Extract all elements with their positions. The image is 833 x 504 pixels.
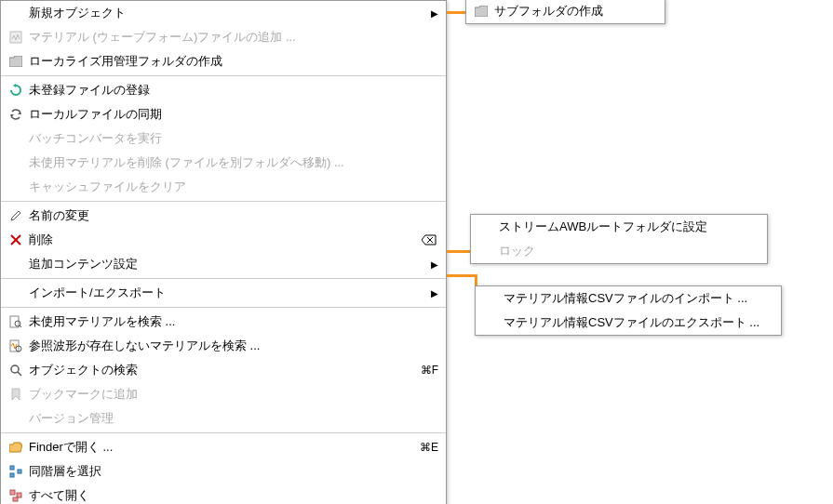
menu-register-files[interactable]: 未登録ファイルの登録 (1, 78, 446, 102)
connector-line (447, 250, 470, 253)
refresh-green-icon (8, 83, 23, 98)
folder-icon (474, 4, 489, 19)
blank-icon (8, 285, 23, 300)
menu-find-unused[interactable]: 未使用マテリアルを検索 ... (1, 310, 446, 334)
menu-delete-unused: 未使用マテリアルを削除 (ファイルを別フォルダへ移動) ... (1, 151, 446, 175)
folder-icon (8, 54, 23, 69)
sync-icon (8, 107, 23, 122)
blank-icon (8, 179, 23, 194)
menu-rename[interactable]: 名前の変更 (1, 204, 446, 228)
menu-import-export[interactable]: インポート/エクスポート ▶ (1, 281, 446, 305)
delete-shortcut-icon (422, 232, 437, 247)
menu-label: 削除 (29, 232, 422, 248)
separator (1, 201, 446, 202)
menu-label: 新規オブジェクト (29, 5, 431, 21)
menu-lock: ロック (471, 239, 767, 263)
menu-batch-converter: バッチコンバータを実行 (1, 126, 446, 151)
menu-expand-all[interactable]: すべて開く (1, 484, 446, 504)
menu-label: ブックマークに追加 (29, 386, 438, 403)
menu-label: マテリアル情報CSVファイルのエクスポート ... (504, 314, 773, 331)
blank-icon (478, 244, 493, 259)
menu-open-finder[interactable]: Finderで開く ... ⌘E (1, 435, 446, 459)
separator (1, 75, 446, 76)
submenu-import-export: マテリアル情報CSVファイルのインポート ... マテリアル情報CSVファイルの… (475, 285, 782, 336)
expand-tree-icon (8, 488, 23, 503)
svg-rect-9 (10, 473, 14, 477)
menu-clear-cache: キャッシュファイルをクリア (1, 175, 446, 199)
blank-icon (8, 411, 23, 426)
menu-find-missing-ref[interactable]: 参照波形が存在しないマテリアルを検索 ... (1, 334, 446, 358)
shortcut-label: ⌘F (421, 364, 438, 377)
menu-label: サブフォルダの作成 (494, 3, 657, 20)
separator (1, 307, 446, 308)
svg-point-6 (11, 365, 19, 373)
menu-bookmark: ブックマークに追加 (1, 382, 446, 406)
svg-rect-8 (10, 466, 14, 470)
blank-icon (8, 131, 23, 146)
separator (1, 278, 446, 279)
blank-icon (8, 6, 23, 20)
blank-icon (8, 257, 23, 272)
menu-delete[interactable]: 削除 (1, 228, 446, 252)
menu-label: オブジェクトの検索 (29, 362, 413, 378)
menu-label: インポート/エクスポート (29, 285, 431, 301)
menu-label: ローカルファイルの同期 (29, 106, 438, 123)
menu-label: マテリアル (ウェーブフォーム)ファイルの追加 ... (29, 29, 438, 46)
menu-label: 参照波形が存在しないマテリアルを検索 ... (29, 338, 438, 354)
tree-select-icon (8, 464, 23, 479)
pencil-icon (8, 208, 23, 223)
menu-label: 名前の変更 (29, 207, 438, 224)
menu-csv-export[interactable]: マテリアル情報CSVファイルのエクスポート ... (476, 311, 781, 335)
menu-select-level[interactable]: 同階層を選択 (1, 459, 446, 484)
svg-line-3 (20, 325, 21, 327)
blank-icon (478, 219, 493, 234)
menu-label: バージョン管理 (29, 410, 438, 427)
menu-label: マテリアル情報CSVファイルのインポート ... (504, 290, 773, 307)
menu-find-object[interactable]: オブジェクトの検索 ⌘F (1, 358, 446, 382)
menu-label: 未使用マテリアルを削除 (ファイルを別フォルダへ移動) ... (29, 154, 438, 171)
separator (1, 432, 446, 433)
menu-label: 未登録ファイルの登録 (29, 82, 438, 99)
search-wave-icon (8, 338, 23, 353)
svg-line-7 (18, 372, 21, 376)
waveform-file-icon (8, 30, 23, 45)
x-red-icon (8, 232, 23, 247)
menu-label: すべて開く (29, 487, 438, 504)
menu-create-loc-folder[interactable]: ローカライズ用管理フォルダの作成 (1, 49, 446, 73)
menu-additional-content[interactable]: 追加コンテンツ設定 ▶ (1, 252, 446, 276)
search-page-icon (8, 314, 23, 329)
menu-label: キャッシュファイルをクリア (29, 179, 438, 195)
menu-label: Finderで開く ... (29, 439, 412, 456)
search-icon (8, 363, 23, 378)
menu-set-stream-root[interactable]: ストリームAWBルートフォルダに設定 (471, 215, 767, 239)
menu-new-object[interactable]: 新規オブジェクト ▶ (1, 1, 446, 25)
folder-open-icon (8, 440, 23, 455)
menu-label: ストリームAWBルートフォルダに設定 (499, 219, 759, 235)
svg-rect-13 (13, 497, 18, 501)
svg-rect-10 (18, 470, 21, 473)
connector-line (447, 274, 475, 277)
menu-label: ロック (499, 243, 759, 259)
submenu-new-object: サブフォルダの作成 (465, 0, 665, 24)
context-menu: 新規オブジェクト ▶ マテリアル (ウェーブフォーム)ファイルの追加 ... ロ… (0, 0, 447, 504)
submenu-arrow-icon: ▶ (431, 8, 438, 19)
submenu-arrow-icon: ▶ (431, 288, 438, 298)
connector-line (447, 11, 465, 14)
menu-create-subfolder[interactable]: サブフォルダの作成 (466, 0, 665, 23)
menu-label: ローカライズ用管理フォルダの作成 (29, 53, 438, 70)
menu-version: バージョン管理 (1, 406, 446, 431)
shortcut-label: ⌘E (420, 441, 438, 454)
bookmark-icon (8, 387, 23, 402)
svg-rect-11 (10, 490, 15, 495)
blank-icon (8, 155, 23, 170)
menu-label: 未使用マテリアルを検索 ... (29, 313, 438, 330)
menu-label: バッチコンバータを実行 (29, 130, 438, 147)
svg-rect-12 (17, 493, 21, 497)
menu-csv-import[interactable]: マテリアル情報CSVファイルのインポート ... (476, 286, 781, 311)
menu-label: 同階層を選択 (29, 463, 438, 480)
menu-add-material: マテリアル (ウェーブフォーム)ファイルの追加 ... (1, 25, 446, 49)
menu-label: 追加コンテンツ設定 (29, 256, 431, 272)
submenu-arrow-icon: ▶ (431, 259, 438, 270)
menu-sync-local[interactable]: ローカルファイルの同期 (1, 102, 446, 126)
submenu-additional-content: ストリームAWBルートフォルダに設定 ロック (470, 214, 768, 264)
